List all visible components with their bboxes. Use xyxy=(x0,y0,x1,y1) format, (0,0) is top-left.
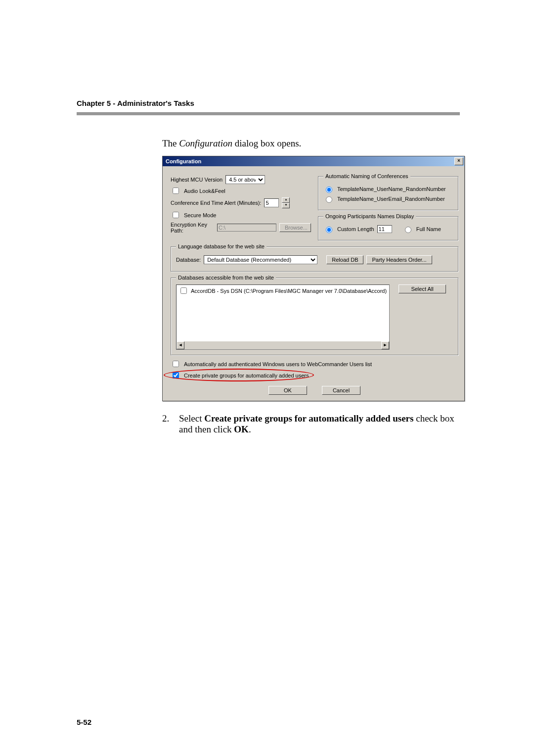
step-2: 2. Select Create private groups for auto… xyxy=(162,413,460,435)
configuration-dialog: Configuration × Highest MCU Version 4.5 … xyxy=(162,156,465,401)
step-text: Select Create private groups for automat… xyxy=(179,413,460,435)
header-rule xyxy=(77,112,460,115)
ongoing-names-group: Ongoing Participants Names Display Custo… xyxy=(318,213,458,240)
autoname-username-radio[interactable] xyxy=(326,187,332,193)
custom-length-radio[interactable] xyxy=(326,227,332,233)
db-item-label: AccordDB - Sys DSN (C:\Program Files\MGC… xyxy=(191,288,387,294)
endtime-label: Conference End Time Alert (Minutes): xyxy=(171,200,261,206)
ok-button[interactable]: OK xyxy=(268,386,307,395)
titlebar[interactable]: Configuration × xyxy=(163,156,464,166)
audio-lookfeel-checkbox[interactable] xyxy=(173,188,179,194)
autoname-useremail-label: TemplateName_UserEmail_RandomNumber xyxy=(337,196,445,202)
full-name-label: Full Name xyxy=(416,226,441,232)
chapter-header: Chapter 5 - Administrator's Tasks xyxy=(77,99,460,107)
database-select[interactable]: Default Database (Recommended) xyxy=(204,255,317,264)
intro-text: The Configuration dialog box opens. xyxy=(162,138,460,149)
db-list-item[interactable]: AccordDB - Sys DSN (C:\Program Files\MGC… xyxy=(177,285,389,296)
dialog-title: Configuration xyxy=(166,158,201,164)
db-item-checkbox[interactable] xyxy=(180,287,187,294)
chevron-down-icon[interactable]: ▼ xyxy=(282,203,290,208)
scroll-right-icon[interactable]: ► xyxy=(381,341,389,349)
close-icon[interactable]: × xyxy=(454,157,463,165)
select-all-button[interactable]: Select All xyxy=(399,284,446,293)
intro-prefix: The xyxy=(162,138,179,148)
auto-add-users-label: Automatically add authenticated Windows … xyxy=(184,361,372,367)
scroll-left-icon[interactable]: ◄ xyxy=(177,341,184,349)
database-label: Database: xyxy=(176,257,201,263)
ongoing-names-legend: Ongoing Participants Names Display xyxy=(323,213,416,219)
create-private-groups-checkbox[interactable] xyxy=(173,372,179,378)
custom-length-input[interactable] xyxy=(377,225,392,233)
party-headers-button[interactable]: Party Headers Order... xyxy=(366,255,432,264)
encryption-path-input xyxy=(217,224,276,232)
step-number: 2. xyxy=(162,413,179,435)
intro-em: Configuration xyxy=(179,138,232,148)
cancel-button[interactable]: Cancel xyxy=(322,386,360,395)
language-db-group: Language database for the web site Datab… xyxy=(171,243,458,272)
secure-mode-label: Secure Mode xyxy=(184,212,216,218)
chevron-up-icon[interactable]: ▲ xyxy=(282,197,290,203)
custom-length-label: Custom Length xyxy=(337,226,374,232)
horizontal-scrollbar[interactable]: ◄ ► xyxy=(177,341,389,349)
intro-suffix: dialog box opens. xyxy=(232,138,301,148)
create-private-groups-label: Create private groups for automatically … xyxy=(184,373,309,378)
full-name-radio[interactable] xyxy=(405,227,411,233)
browse-button: Browse... xyxy=(279,223,311,232)
mcu-label: Highest MCU Version xyxy=(171,177,222,183)
endtime-input[interactable] xyxy=(264,198,279,207)
autoname-username-label: TemplateName_UserName_RandomNumber xyxy=(337,186,445,192)
page-number: 5-52 xyxy=(77,718,91,726)
language-db-legend: Language database for the web site xyxy=(176,243,267,249)
reload-db-button[interactable]: Reload DB xyxy=(326,255,363,264)
encryption-path-label: Encryption Key Path: xyxy=(171,222,214,234)
endtime-spinner[interactable]: ▲▼ xyxy=(282,197,290,208)
secure-mode-checkbox[interactable] xyxy=(173,212,179,218)
mcu-version-select[interactable]: 4.5 or above xyxy=(225,175,265,184)
accessible-db-group: Databases accessible from the web site A… xyxy=(171,275,458,355)
autonaming-group: Automatic Naming of Conferences Template… xyxy=(318,173,458,210)
auto-add-users-checkbox[interactable] xyxy=(173,361,179,367)
autonaming-legend: Automatic Naming of Conferences xyxy=(323,173,410,179)
accessible-db-legend: Databases accessible from the web site xyxy=(176,275,276,281)
audio-lookfeel-label: Audio Look&Feel xyxy=(184,188,225,194)
db-listbox[interactable]: AccordDB - Sys DSN (C:\Program Files\MGC… xyxy=(176,284,390,350)
autoname-useremail-radio[interactable] xyxy=(326,196,332,203)
